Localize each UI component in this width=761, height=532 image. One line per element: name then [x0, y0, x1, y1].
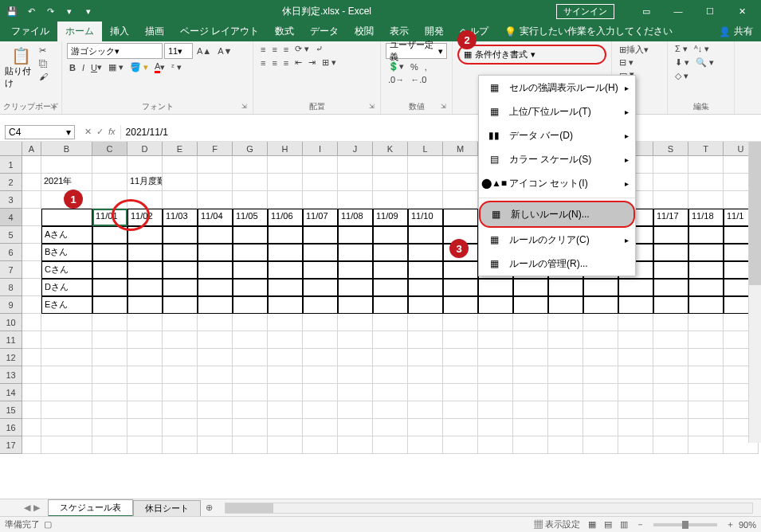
- cell[interactable]: [338, 436, 373, 454]
- cell[interactable]: [513, 331, 548, 349]
- cell[interactable]: [233, 401, 268, 419]
- cell[interactable]: 11/17: [653, 209, 688, 226]
- cell[interactable]: [92, 401, 127, 419]
- cell[interactable]: [303, 401, 338, 419]
- cell[interactable]: [163, 296, 198, 314]
- undo-icon[interactable]: ↶: [22, 2, 40, 20]
- zoom-slider[interactable]: [653, 523, 717, 526]
- cell[interactable]: [127, 156, 163, 174]
- row-header[interactable]: 1: [0, 156, 22, 174]
- cell[interactable]: [513, 366, 548, 384]
- cell[interactable]: [41, 401, 92, 419]
- cell[interactable]: [268, 244, 303, 261]
- cell[interactable]: [127, 384, 163, 401]
- cell[interactable]: [583, 279, 618, 296]
- cell[interactable]: [653, 174, 688, 191]
- cell[interactable]: [338, 174, 373, 191]
- cell[interactable]: [92, 296, 127, 314]
- cell[interactable]: [41, 436, 92, 454]
- cell[interactable]: [198, 296, 233, 314]
- cf-databar[interactable]: ▮▮データ バー(D)▸: [479, 123, 635, 147]
- cell[interactable]: [618, 314, 653, 331]
- row-header[interactable]: 9: [0, 296, 22, 314]
- cell[interactable]: [303, 366, 338, 384]
- cell[interactable]: [303, 384, 338, 401]
- align-bottom-icon[interactable]: ≡: [281, 44, 291, 55]
- cell[interactable]: [338, 419, 373, 436]
- tab-formulas[interactable]: 数式: [267, 22, 302, 41]
- cell[interactable]: [618, 384, 653, 401]
- comma-icon[interactable]: ,: [422, 61, 430, 72]
- align-middle-icon[interactable]: ≡: [269, 44, 279, 55]
- cell[interactable]: [163, 384, 198, 401]
- cell[interactable]: [338, 349, 373, 366]
- cell[interactable]: [653, 366, 688, 384]
- cell[interactable]: [373, 314, 408, 331]
- cell[interactable]: [268, 314, 303, 331]
- cell[interactable]: [443, 156, 478, 174]
- italic-button[interactable]: I: [80, 62, 87, 73]
- cell[interactable]: [548, 384, 583, 401]
- cell[interactable]: [233, 174, 268, 191]
- cell[interactable]: [408, 279, 443, 296]
- cell[interactable]: [373, 366, 408, 384]
- vertical-scrollbar[interactable]: [748, 142, 761, 443]
- cell[interactable]: [268, 279, 303, 296]
- cell[interactable]: [198, 261, 233, 279]
- cell[interactable]: [478, 419, 513, 436]
- conditional-format-button[interactable]: ▦ 条件付き書式 ▾: [457, 45, 606, 65]
- cell[interactable]: [373, 244, 408, 261]
- cell[interactable]: [127, 366, 163, 384]
- column-header[interactable]: J: [338, 142, 373, 155]
- cf-iconset[interactable]: ⬤▲■アイコン セット(I)▸: [479, 171, 635, 195]
- cell[interactable]: [127, 261, 163, 279]
- cell[interactable]: [373, 156, 408, 174]
- cell[interactable]: [22, 296, 41, 314]
- cell[interactable]: [373, 331, 408, 349]
- cell[interactable]: [338, 156, 373, 174]
- cell[interactable]: [338, 296, 373, 314]
- dec-decimal-icon[interactable]: ←.0: [408, 74, 429, 85]
- cell[interactable]: [163, 244, 198, 261]
- cell[interactable]: 11/09: [373, 209, 408, 226]
- cell[interactable]: [513, 296, 548, 314]
- view-pagebreak-icon[interactable]: ▥: [616, 519, 632, 530]
- cell[interactable]: [22, 314, 41, 331]
- row-header[interactable]: 3: [0, 191, 22, 209]
- cell[interactable]: [22, 191, 41, 209]
- column-header[interactable]: H: [268, 142, 303, 155]
- zoom-out-button[interactable]: －: [632, 518, 649, 530]
- cell[interactable]: [303, 419, 338, 436]
- cell[interactable]: [22, 279, 41, 296]
- cell[interactable]: [92, 419, 127, 436]
- cell[interactable]: [163, 419, 198, 436]
- tab-home[interactable]: ホーム: [57, 22, 102, 41]
- cell[interactable]: [233, 419, 268, 436]
- cell[interactable]: [408, 366, 443, 384]
- align-center-icon[interactable]: ≡: [269, 57, 279, 68]
- cell[interactable]: [653, 279, 688, 296]
- cell[interactable]: [478, 331, 513, 349]
- cell[interactable]: [653, 156, 688, 174]
- formula-bar[interactable]: 2021/11/1: [120, 125, 761, 139]
- cell[interactable]: [548, 279, 583, 296]
- cell[interactable]: [22, 419, 41, 436]
- cell[interactable]: [338, 191, 373, 209]
- cell[interactable]: [41, 331, 92, 349]
- name-box[interactable]: C4▾: [5, 125, 75, 139]
- align-launcher-icon[interactable]: ⇲: [369, 103, 377, 111]
- cell[interactable]: [127, 314, 163, 331]
- cell[interactable]: [92, 261, 127, 279]
- cell[interactable]: [618, 349, 653, 366]
- cell[interactable]: 11/10: [408, 209, 443, 226]
- cell[interactable]: [127, 419, 163, 436]
- cell[interactable]: [583, 314, 618, 331]
- paste-button[interactable]: 📋 貼り付け: [5, 43, 37, 91]
- cell[interactable]: [22, 261, 41, 279]
- cell[interactable]: 11/03: [163, 209, 198, 226]
- cell[interactable]: 11/02: [127, 209, 163, 226]
- phonetic-icon[interactable]: ᶻ ▾: [169, 61, 184, 73]
- cell[interactable]: [373, 349, 408, 366]
- number-launcher-icon[interactable]: ⇲: [441, 103, 449, 111]
- tab-review[interactable]: 校閲: [347, 22, 382, 41]
